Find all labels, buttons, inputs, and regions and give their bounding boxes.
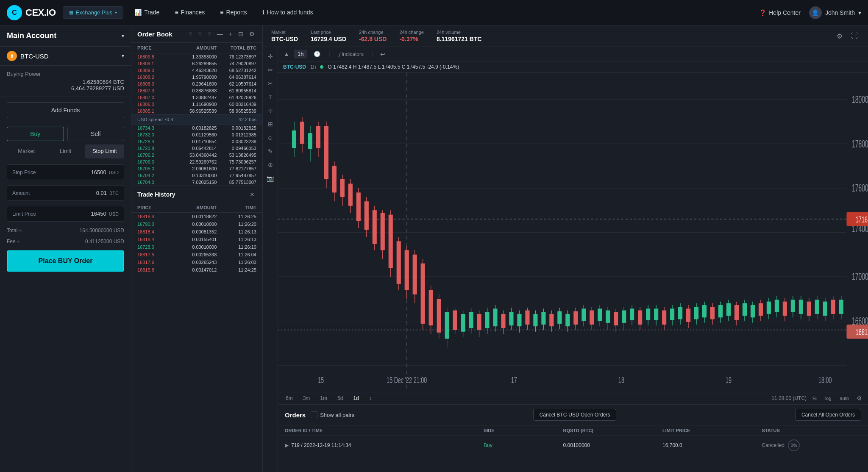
undo-button[interactable]: ↩ bbox=[378, 50, 387, 58]
list-item[interactable]: 16704.20.1331000077.95487857 bbox=[131, 172, 262, 179]
percent-button[interactable]: % bbox=[810, 395, 819, 402]
list-item[interactable]: 16807.01.3386248761.42078926 bbox=[131, 94, 262, 101]
ohlc-values: O 17482.4 H 17487.5 L 17405.5 C 17457.5 … bbox=[328, 64, 459, 70]
nav-reports[interactable]: ≡ Reports bbox=[212, 0, 254, 25]
ob-layout-2-button[interactable]: ≡ bbox=[196, 30, 203, 38]
1d-button[interactable]: 1d bbox=[350, 394, 362, 403]
1m-button[interactable]: 1m bbox=[317, 394, 331, 403]
buy-tab[interactable]: Buy bbox=[7, 127, 64, 141]
ob-layout-1-button[interactable]: ≡ bbox=[187, 30, 194, 38]
ob-settings-button[interactable]: ⚙ bbox=[248, 30, 256, 38]
list-item[interactable]: 16818.40.0015540111:26:13 bbox=[131, 236, 262, 243]
user-menu[interactable]: 👤 John Smith ▾ bbox=[809, 6, 861, 19]
change-24h-value: -62.8 USD bbox=[359, 36, 387, 42]
cancel-btcusd-orders-button[interactable]: Cancel BTC-USD Open Orders bbox=[533, 409, 617, 421]
stop-limit-tab[interactable]: Stop Limit bbox=[85, 144, 124, 158]
list-item[interactable]: 16720.80.064428140.09466053 bbox=[131, 145, 262, 152]
info-icon: ℹ bbox=[262, 9, 264, 16]
sell-tab[interactable]: Sell bbox=[67, 127, 125, 141]
pair-chevron-icon: ▾ bbox=[122, 53, 124, 59]
chart-time-settings-button[interactable]: ⚙ bbox=[855, 394, 864, 403]
list-item[interactable]: 16808.00.2964180062.10597614 bbox=[131, 81, 262, 87]
ob-plus-button[interactable]: + bbox=[227, 30, 234, 38]
chart-settings-button[interactable]: ⚙ bbox=[835, 31, 844, 41]
list-item[interactable]: 16734.30.001828250.00182825 bbox=[131, 125, 262, 131]
list-item[interactable]: 16705.02.0908160077.82177857 bbox=[131, 165, 262, 172]
list-item[interactable]: 16790.00.0001000011:26:20 bbox=[131, 220, 262, 228]
chart-main[interactable]: 18000.0 17800.0 17600.0 17400.0 17000.0 … bbox=[278, 73, 868, 392]
limit-price-field[interactable]: Limit Price 16450 USD bbox=[7, 206, 124, 222]
indicators-button[interactable]: 𝑓 Indicators bbox=[336, 50, 367, 58]
help-center-link[interactable]: ❓ Help Center bbox=[759, 9, 801, 16]
place-order-button[interactable]: Place BUY Order bbox=[7, 250, 124, 272]
list-item[interactable]: 16728.00.0001000011:26:10 bbox=[131, 243, 262, 251]
ob-layout-3-button[interactable]: ≡ bbox=[206, 30, 213, 38]
cancel-all-orders-button[interactable]: Cancel All Open Orders bbox=[795, 409, 861, 421]
list-item[interactable]: 16809.04.4634362868.52731242 bbox=[131, 67, 262, 74]
account-selector[interactable]: Main Account ▾ bbox=[0, 25, 131, 47]
camera-tool[interactable]: 📷 bbox=[264, 172, 276, 184]
draw-tool[interactable]: ✏ bbox=[264, 64, 276, 76]
auto-button[interactable]: auto bbox=[837, 395, 851, 402]
trade-history-collapse-button[interactable]: ✕ bbox=[248, 190, 256, 199]
exchange-plus-button[interactable]: ▦ Exchange Plus ▾ bbox=[63, 6, 124, 19]
stop-price-field[interactable]: Stop Price 16500 USD bbox=[7, 164, 124, 180]
svg-text:17000.0: 17000.0 bbox=[852, 272, 868, 282]
list-item[interactable]: 16815.80.0014701211:24:25 bbox=[131, 266, 262, 274]
pattern-tool[interactable]: ⊹ bbox=[264, 105, 276, 117]
list-item[interactable]: 16817.50.0026533811:26:04 bbox=[131, 251, 262, 258]
list-item[interactable]: 16818.40.0008135211:26:13 bbox=[131, 228, 262, 236]
5d-button[interactable]: 5d bbox=[334, 394, 346, 403]
crosshair-tool[interactable]: ✛ bbox=[264, 50, 276, 62]
timeframe-1h-button[interactable]: 1h bbox=[294, 50, 307, 58]
ob-minus-button[interactable]: — bbox=[215, 30, 225, 38]
ob-size-button[interactable]: ⊟ bbox=[236, 30, 245, 38]
list-item[interactable]: 16818.40.0011862211:26:25 bbox=[131, 213, 262, 220]
list-item[interactable]: 16805.158.9652553958.96525539 bbox=[131, 108, 262, 114]
ruler-tool[interactable]: ✎ bbox=[264, 145, 276, 157]
add-funds-button[interactable]: Add Funds bbox=[7, 102, 124, 118]
order-side-cell: Buy bbox=[484, 442, 563, 448]
list-item[interactable]: 16807.30.3887688861.80955814 bbox=[131, 87, 262, 94]
list-item[interactable]: 16809.81.3335300076.12373897 bbox=[131, 53, 262, 60]
chart-fullscreen-button[interactable]: ⛶ bbox=[849, 31, 860, 41]
show-all-pairs-toggle[interactable]: Show all pairs bbox=[311, 411, 354, 418]
limit-tab[interactable]: Limit bbox=[46, 144, 85, 158]
amount-field[interactable]: Amount 0.01 BTC bbox=[7, 185, 124, 201]
order-limit-price-header: LIMIT PRICE bbox=[662, 428, 762, 433]
market-tab[interactable]: Market bbox=[7, 144, 46, 158]
list-item[interactable]: 16706.022.5926976275.73096257 bbox=[131, 158, 262, 165]
text-tool[interactable]: T bbox=[264, 91, 276, 103]
volume-24h-value: 8.11961721 BTC bbox=[437, 36, 482, 42]
nav-finances[interactable]: ≡ Finances bbox=[167, 0, 212, 25]
logo[interactable]: C CEX.IO bbox=[7, 5, 56, 20]
list-item[interactable]: 16728.40.017108540.03023239 bbox=[131, 138, 262, 145]
account-name: Main Account bbox=[7, 31, 56, 40]
smile-tool[interactable]: ☺ bbox=[264, 132, 276, 144]
last-price-value: 16729.4 USD bbox=[311, 36, 346, 42]
measure-tool[interactable]: ✂ bbox=[264, 78, 276, 89]
6m-button[interactable]: 6m bbox=[282, 394, 296, 403]
list-item[interactable]: 16806.01.1169090060.08216439 bbox=[131, 101, 262, 108]
nav-trade[interactable]: 📊 Trade bbox=[127, 0, 167, 25]
projection-tool[interactable]: ⊞ bbox=[264, 118, 276, 130]
list-item[interactable]: 16817.60.0026524311:26:03 bbox=[131, 258, 262, 266]
nav-how-to-add-funds[interactable]: ℹ How to add funds bbox=[255, 0, 321, 25]
log-button[interactable]: log bbox=[823, 395, 834, 402]
spread-text: USD spread 70.8 bbox=[137, 117, 173, 122]
list-item[interactable]: 16704.07.8202515085.77513007 bbox=[131, 179, 262, 186]
list-item[interactable]: 16732.00.011295600.01312385 bbox=[131, 131, 262, 138]
list-item[interactable]: 16706.253.0436044253.13826495 bbox=[131, 152, 262, 158]
order-expand-icon[interactable]: ▶ bbox=[285, 442, 289, 448]
list-item[interactable]: 16809.16.2628965574.79020897 bbox=[131, 60, 262, 67]
timeframe-picker-button[interactable]: 🕐 bbox=[310, 50, 324, 58]
collapse-arrow-button[interactable]: ▲ bbox=[282, 50, 291, 58]
fee-value: 0.41125000 USD bbox=[85, 239, 124, 244]
list-item[interactable]: 16808.21.9579000064.06387614 bbox=[131, 74, 262, 81]
compare-button[interactable]: ↕ bbox=[366, 394, 375, 403]
zoom-tool[interactable]: ⊕ bbox=[264, 159, 276, 171]
user-icon: 👤 bbox=[812, 9, 819, 16]
pair-selector[interactable]: ₿ BTC-USD ▾ bbox=[0, 47, 131, 66]
show-all-pairs-checkbox[interactable] bbox=[311, 411, 317, 418]
3m-button[interactable]: 3m bbox=[300, 394, 314, 403]
